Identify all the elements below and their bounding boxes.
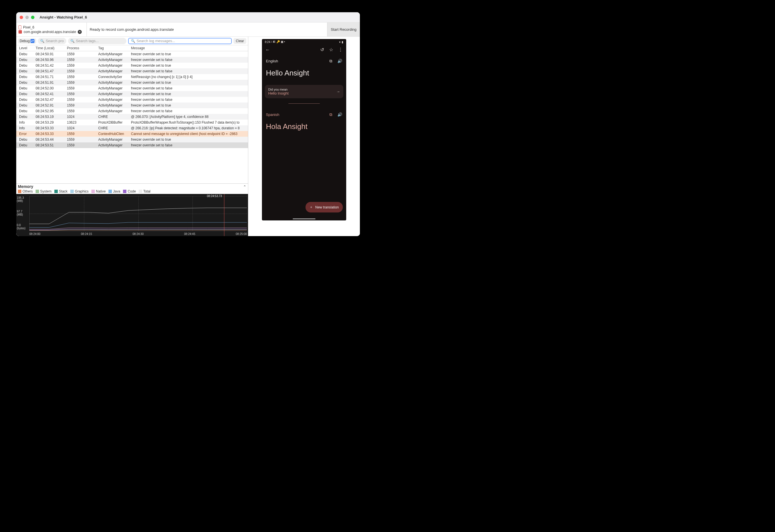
clear-button[interactable]: Clear [233, 38, 246, 44]
cell-msg: freezer override set to true [131, 63, 245, 67]
start-recording-label: Start Recording [331, 27, 356, 32]
col-level[interactable]: Level [19, 46, 36, 50]
col-process[interactable]: Process [67, 46, 98, 50]
speaker-icon[interactable]: 🔊 [337, 112, 342, 117]
legend-item[interactable]: Stack [54, 189, 67, 193]
star-icon[interactable]: ☆ [329, 47, 333, 52]
search-logs-field[interactable] [136, 39, 229, 43]
table-row[interactable]: Debu08:24:50.961559ActivityManagerfreeze… [16, 57, 248, 63]
phone-icon [18, 25, 21, 29]
search-tags-field[interactable] [76, 39, 124, 43]
table-row[interactable]: Debu08:24:52.911559ActivityManagerfreeze… [16, 102, 248, 108]
legend-item[interactable]: Total [139, 189, 150, 193]
table-row[interactable]: Error08:24:53.331559ContextHubClienCanno… [16, 131, 248, 137]
log-level-select[interactable]: Debug ▴▾ [18, 38, 36, 44]
phone-dst-lang[interactable]: Spanish [266, 112, 279, 117]
phone-dst-header: Spanish ⧉ 🔊 [262, 109, 346, 120]
more-icon[interactable]: ⋮ [338, 47, 343, 52]
phone-src-header: English ⧉ 🔊 [262, 55, 346, 67]
cell-lvl: Debu [19, 115, 36, 119]
cell-lvl: Debu [19, 103, 36, 107]
table-row[interactable]: Info08:24:53.2913623ProtoXDBBufferProtoX… [16, 120, 248, 125]
titlebar: Ansight - Watching Pixel_6 [16, 12, 360, 22]
phone-screen[interactable]: 8:24 ⟟ ◧ 🔑 ▣ • ▾ ▮ ← ↺ ☆ ⋮ [262, 39, 346, 220]
table-row[interactable]: Debu08:24:51.471559ActivityManagerfreeze… [16, 68, 248, 74]
legend-item[interactable]: Code [123, 189, 136, 193]
cell-lvl: Debu [19, 143, 36, 147]
copy-icon[interactable]: ⧉ [329, 59, 332, 63]
search-processes-input[interactable]: 🔍 [38, 38, 66, 44]
table-row[interactable]: Debu08:24:53.441559ActivityManagerfreeze… [16, 137, 248, 142]
collapse-memory-button[interactable]: ⌄ [243, 184, 246, 189]
table-row[interactable]: Debu08:24:52.951559ActivityManagerfreeze… [16, 108, 248, 114]
memory-legend: OthersSystemStackGraphicsNativeJavaCodeT… [16, 189, 248, 194]
cell-tag: ConnectivitySer [98, 75, 131, 79]
remove-package-button[interactable]: ✕ [78, 30, 82, 34]
cell-time: 08:24:53.19 [36, 115, 67, 119]
legend-item[interactable]: Native [91, 189, 106, 193]
device-row[interactable]: Pixel_6 [18, 25, 84, 29]
legend-item[interactable]: Java [108, 189, 120, 193]
legend-item[interactable]: Graphics [70, 189, 89, 193]
start-recording-button[interactable]: Start Recording [327, 22, 360, 36]
table-header: Level Time (Local) Process Tag Message [16, 45, 248, 51]
speaker-icon[interactable]: 🔊 [337, 59, 342, 63]
legend-item[interactable]: Others [18, 189, 33, 193]
chart-cursor[interactable] [224, 194, 224, 236]
cell-tag: ActivityManager [98, 92, 131, 96]
phone-app-toolbar: ← ↺ ☆ ⋮ [262, 44, 346, 55]
window-close-button[interactable] [20, 16, 23, 19]
table-row[interactable]: Debu08:24:51.711559ConnectivitySerNetRea… [16, 74, 248, 80]
legend-swatch [70, 190, 74, 193]
cell-time: 08:24:50.91 [36, 52, 67, 56]
cell-msg: @ 266.070: [ActivityPlatform] type 4, co… [131, 115, 245, 119]
table-row[interactable]: Debu08:24:53.511559ActivityManagerfreeze… [16, 142, 248, 148]
table-row[interactable]: Debu08:24:52.471559ActivityManagerfreeze… [16, 97, 248, 102]
cell-proc: 13623 [67, 120, 98, 124]
legend-item[interactable]: System [36, 189, 52, 193]
table-row[interactable]: Debu08:24:51.911559ActivityManagerfreeze… [16, 80, 248, 85]
search-tags-input[interactable]: 🔍 [68, 38, 126, 44]
cell-lvl: Debu [19, 69, 36, 73]
cell-time: 08:24:53.51 [36, 143, 67, 147]
memory-chart[interactable]: 195.3 (MB)97.7 (MB)0.0 (bytes) 08:24:000… [16, 194, 248, 236]
window-maximize-button[interactable] [31, 16, 34, 19]
cell-tag: ActivityManager [98, 52, 131, 56]
memory-axis-x: 08:24:0008:24:1508:24:3008:24:4508:25:00 [29, 232, 247, 235]
window-minimize-button[interactable] [25, 16, 29, 19]
table-row[interactable]: Debu08:24:51.421559ActivityManagerfreeze… [16, 63, 248, 68]
col-message[interactable]: Message [131, 46, 245, 50]
table-row[interactable]: Info08:24:53.331024CHRE@ 266.216: [ip] P… [16, 125, 248, 131]
cell-proc: 1559 [67, 81, 98, 85]
cell-tag: CHRE [98, 126, 131, 130]
back-icon[interactable]: ← [265, 47, 270, 52]
col-time[interactable]: Time (Local) [36, 46, 67, 50]
history-icon[interactable]: ↺ [320, 47, 324, 52]
table-row[interactable]: Debu08:24:52.001559ActivityManagerfreeze… [16, 85, 248, 91]
package-row[interactable]: com.google.android.apps.translate ✕ [18, 30, 84, 34]
cell-time: 08:24:53.44 [36, 137, 67, 141]
wifi-icon: ▾ [339, 40, 340, 44]
log-table[interactable]: Debu08:24:50.911559ActivityManagerfreeze… [16, 51, 248, 183]
search-logs-input[interactable]: 🔍 [128, 38, 232, 44]
phone-clock: 8:24 [265, 40, 270, 44]
phone-suggestion[interactable]: Did you mean Hello Insight → [265, 85, 343, 98]
table-row[interactable]: Debu08:24:52.411559ActivityManagerfreeze… [16, 91, 248, 97]
new-translation-button[interactable]: ＋ New translation [305, 202, 343, 212]
phone-src-lang[interactable]: English [266, 59, 278, 63]
cell-time: 08:24:51.71 [36, 75, 67, 79]
table-row[interactable]: Debu08:24:50.911559ActivityManagerfreeze… [16, 51, 248, 57]
cell-time: 08:24:52.91 [36, 103, 67, 107]
col-tag[interactable]: Tag [98, 46, 131, 50]
plus-icon: ＋ [309, 205, 313, 209]
table-row[interactable]: Debu08:24:53.191024CHRE@ 266.070: [Activ… [16, 114, 248, 120]
cell-proc: 1559 [67, 92, 98, 96]
cell-tag: ActivityManager [98, 86, 131, 90]
arrow-right-icon: → [336, 89, 340, 94]
search-processes-field[interactable] [46, 39, 64, 43]
device-name: Pixel_6 [23, 25, 34, 29]
x-tick: 08:25:00 [236, 232, 247, 235]
copy-icon[interactable]: ⧉ [329, 112, 332, 117]
cell-tag: ActivityManager [98, 69, 131, 73]
cell-proc: 1559 [67, 75, 98, 79]
